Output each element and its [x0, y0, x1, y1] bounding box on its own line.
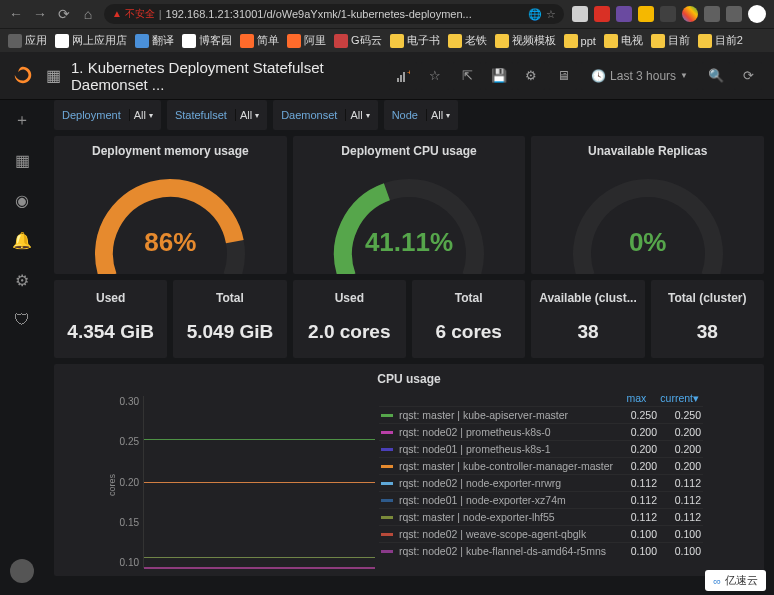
stat-panel: Used4.354 GiB: [54, 280, 167, 358]
svg-rect-1: [400, 75, 402, 82]
home-icon[interactable]: ⌂: [80, 6, 96, 22]
gauge-panel: Unavailable Replicas0%: [531, 136, 764, 274]
bookmark-item[interactable]: 电子书: [390, 33, 440, 48]
legend-row[interactable]: rqst: node02 | prometheus-k8s-00.2000.20…: [379, 423, 703, 440]
star-button[interactable]: ☆: [421, 62, 449, 90]
user-avatar[interactable]: [10, 559, 34, 583]
cycle-view-button[interactable]: 🖥: [549, 62, 577, 90]
extension-icons: [572, 5, 766, 23]
bookmark-item[interactable]: 博客园: [182, 33, 232, 48]
bookmark-item[interactable]: 电视: [604, 33, 643, 48]
ext-icon[interactable]: [660, 6, 676, 22]
bookmark-item[interactable]: 应用: [8, 33, 47, 48]
template-vars: DeploymentAll ▾StatefulsetAll ▾Daemonset…: [54, 100, 764, 130]
panel-title: CPU usage: [377, 368, 440, 388]
zoom-out-button[interactable]: 🔍: [702, 62, 730, 90]
back-icon[interactable]: ←: [8, 6, 24, 22]
legend-row[interactable]: rqst: node01 | prometheus-k8s-10.2000.20…: [379, 440, 703, 457]
save-button[interactable]: 💾: [485, 62, 513, 90]
explore-icon[interactable]: ◉: [12, 190, 32, 210]
ext-icon[interactable]: [616, 6, 632, 22]
stat-panel: Used2.0 cores: [293, 280, 406, 358]
bookmark-item[interactable]: 网上应用店: [55, 33, 127, 48]
bookmark-item[interactable]: 目前2: [698, 33, 743, 48]
dashboard-icon[interactable]: ▦: [46, 66, 61, 85]
refresh-button[interactable]: ⟳: [734, 62, 762, 90]
bookmark-item[interactable]: 视频模板: [495, 33, 556, 48]
bookmark-item[interactable]: 目前: [651, 33, 690, 48]
config-icon[interactable]: ⚙: [12, 270, 32, 290]
dashboards-icon[interactable]: ▦: [12, 150, 32, 170]
forward-icon[interactable]: →: [32, 6, 48, 22]
grafana-header: ▦ 1. Kubernetes Deployment Statefulset D…: [0, 52, 774, 100]
template-var[interactable]: DeploymentAll ▾: [54, 100, 161, 130]
star-icon[interactable]: ☆: [546, 8, 556, 21]
share-button[interactable]: ⇱: [453, 62, 481, 90]
legend-col-current[interactable]: current▾: [660, 392, 699, 404]
gauge-panel: Deployment CPU usage41.11%: [293, 136, 526, 274]
svg-text:+: +: [407, 69, 410, 77]
watermark: ∞亿速云: [705, 570, 766, 591]
url-bar[interactable]: ▲ 不安全 | 192.168.1.21:31001/d/oWe9aYxmk/1…: [104, 4, 564, 24]
stat-panel: Total6 cores: [412, 280, 525, 358]
create-icon[interactable]: ＋: [12, 110, 32, 130]
profile-avatar[interactable]: [748, 5, 766, 23]
bookmark-item[interactable]: G码云: [334, 33, 382, 48]
legend-row[interactable]: rqst: node01 | node-exporter-xz74m0.1120…: [379, 491, 703, 508]
legend-row[interactable]: rqst: master | node-exporter-lhf550.1120…: [379, 508, 703, 525]
ext-icon[interactable]: [726, 6, 742, 22]
svg-rect-0: [397, 78, 399, 82]
dashboard-title[interactable]: 1. Kubernetes Deployment Statefulset Dae…: [71, 59, 377, 93]
bookmark-item[interactable]: 老铁: [448, 33, 487, 48]
svg-rect-2: [403, 72, 405, 82]
legend-col-max[interactable]: max: [626, 392, 646, 404]
bookmark-item[interactable]: 阿里: [287, 33, 326, 48]
alerting-icon[interactable]: 🔔: [12, 230, 32, 250]
gauge-panel: Deployment memory usage86%: [54, 136, 287, 274]
legend-row[interactable]: rqst: node02 | weave-scope-agent-qbglk0.…: [379, 525, 703, 542]
ext-icon[interactable]: [704, 6, 720, 22]
bookmark-item[interactable]: 翻译: [135, 33, 174, 48]
legend-row[interactable]: rqst: node02 | node-exporter-nrwrg0.1120…: [379, 474, 703, 491]
template-var[interactable]: StatefulsetAll ▾: [167, 100, 267, 130]
admin-icon[interactable]: 🛡: [12, 310, 32, 330]
bookmark-item[interactable]: ppt: [564, 34, 596, 48]
legend-row[interactable]: rqst: master | kube-controller-manager-m…: [379, 457, 703, 474]
template-var[interactable]: NodeAll ▾: [384, 100, 459, 130]
time-range-button[interactable]: 🕓 Last 3 hours ▼: [581, 62, 698, 90]
chart-area[interactable]: cores 0.300.250.200.150.10: [109, 388, 377, 572]
template-var[interactable]: DaemonsetAll ▾: [273, 100, 378, 130]
chart-legend: max current▾ rqst: master | kube-apiserv…: [377, 388, 709, 572]
insecure-badge: ▲ 不安全: [112, 7, 155, 21]
url-text: 192.168.1.21:31001/d/oWe9aYxmk/1-kuberne…: [166, 8, 472, 20]
bookmark-item[interactable]: 简单: [240, 33, 279, 48]
stat-panel: Total (cluster)38: [651, 280, 764, 358]
legend-row[interactable]: rqst: node02 | kube-flannel-ds-amd64-r5m…: [379, 542, 703, 559]
stat-panel: Total5.049 GiB: [173, 280, 286, 358]
cpu-usage-panel: CPU usage cores 0.300.250.200.150.10 max…: [54, 364, 764, 576]
translate-icon[interactable]: 🌐: [528, 8, 542, 21]
ext-icon[interactable]: [638, 6, 654, 22]
reload-icon[interactable]: ⟳: [56, 6, 72, 22]
ext-icon[interactable]: [594, 6, 610, 22]
sidebar: ＋ ▦ ◉ 🔔 ⚙ 🛡: [0, 100, 44, 330]
grafana-logo[interactable]: [12, 65, 34, 87]
chrome-icon[interactable]: [682, 6, 698, 22]
clock-icon: 🕓: [591, 69, 606, 83]
bookmark-bar: 应用网上应用店翻译博客园简单阿里G码云电子书老铁视频模板ppt电视目前目前2: [0, 28, 774, 52]
legend-row[interactable]: rqst: master | kube-apiserver-master0.25…: [379, 406, 703, 423]
add-panel-button[interactable]: +: [389, 62, 417, 90]
ext-icon[interactable]: [572, 6, 588, 22]
settings-button[interactable]: ⚙: [517, 62, 545, 90]
stat-panel: Available (clust...38: [531, 280, 644, 358]
